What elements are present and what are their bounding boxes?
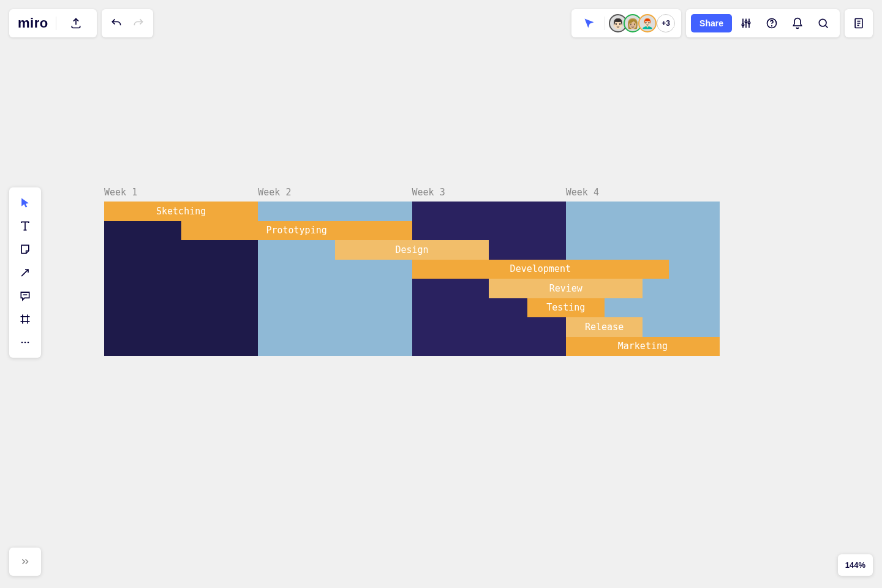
svg-point-2 bbox=[748, 22, 750, 24]
gantt-week-header: Week 4 bbox=[566, 187, 720, 198]
more-icon bbox=[19, 336, 31, 349]
gantt-task-bar[interactable]: Sketching bbox=[104, 202, 258, 221]
export-button[interactable] bbox=[64, 9, 88, 37]
gantt-bg-cell bbox=[412, 202, 566, 221]
frame-tool[interactable] bbox=[9, 307, 41, 331]
presence-button[interactable] bbox=[578, 9, 601, 37]
search-icon bbox=[817, 17, 829, 29]
cursor-follow-icon bbox=[583, 17, 595, 29]
gantt-task-label: Prototyping bbox=[266, 225, 326, 236]
gantt-row: Marketing bbox=[104, 337, 720, 356]
gantt-task-bar[interactable]: Release bbox=[566, 317, 643, 337]
gantt-row: Release bbox=[104, 317, 720, 337]
select-tool[interactable] bbox=[9, 191, 41, 214]
notes-icon bbox=[853, 17, 865, 29]
settings-button[interactable] bbox=[734, 9, 758, 37]
redo-button[interactable] bbox=[127, 9, 149, 37]
svg-point-7 bbox=[21, 342, 23, 344]
presence-panel: 👨🏻👩🏼👨🏻‍🦰 +3 bbox=[571, 9, 681, 37]
svg-point-0 bbox=[742, 24, 744, 26]
gantt-task-bar[interactable]: Marketing bbox=[566, 337, 720, 356]
svg-point-4 bbox=[772, 26, 772, 26]
actions-panel: Share bbox=[686, 9, 840, 37]
cursor-icon bbox=[19, 197, 31, 209]
share-button[interactable]: Share bbox=[691, 14, 732, 32]
gantt-row: Sketching bbox=[104, 202, 720, 221]
redo-icon bbox=[132, 17, 145, 29]
gantt-chart[interactable]: SketchingPrototypingDesignDevelopmentRev… bbox=[104, 202, 720, 356]
undo-button[interactable] bbox=[105, 9, 127, 37]
chevron-double-right-icon bbox=[20, 556, 31, 567]
gantt-task-bar[interactable]: Design bbox=[335, 240, 489, 260]
gantt-task-label: Release bbox=[585, 322, 624, 333]
gantt-row: Review bbox=[104, 279, 720, 298]
gantt-bg-cell bbox=[258, 298, 412, 318]
svg-point-5 bbox=[819, 19, 826, 26]
avatar-overflow[interactable]: +3 bbox=[657, 14, 675, 32]
zoom-indicator[interactable]: 144% bbox=[838, 554, 873, 576]
expand-panel-button[interactable] bbox=[9, 548, 41, 576]
gantt-week-header: Week 3 bbox=[412, 187, 566, 198]
notifications-button[interactable] bbox=[786, 9, 809, 37]
sliders-icon bbox=[740, 17, 752, 29]
gantt-bg-cell bbox=[104, 317, 258, 337]
sticky-note-icon bbox=[19, 243, 31, 255]
gantt-task-bar[interactable]: Prototyping bbox=[181, 221, 412, 241]
arrow-icon bbox=[19, 266, 31, 279]
help-icon bbox=[766, 17, 778, 29]
svg-point-9 bbox=[28, 342, 29, 344]
gantt-bg-cell bbox=[566, 240, 720, 260]
gantt-bg-cell bbox=[258, 337, 412, 356]
left-toolbar bbox=[9, 187, 41, 358]
gantt-header-row: Week 1Week 2Week 3Week 4 bbox=[104, 187, 720, 198]
avatar[interactable]: 👨🏻‍🦰 bbox=[638, 14, 657, 32]
arrow-tool[interactable] bbox=[9, 261, 41, 284]
gantt-task-label: Testing bbox=[546, 302, 585, 313]
gantt-week-header: Week 2 bbox=[258, 187, 412, 198]
gantt-bg-cell bbox=[258, 317, 412, 337]
bell-icon bbox=[791, 17, 804, 29]
gantt-task-bar[interactable]: Development bbox=[412, 260, 669, 279]
gantt-task-label: Review bbox=[549, 283, 582, 294]
gantt-bg-cell bbox=[104, 298, 258, 318]
gantt-bg-cell bbox=[104, 279, 258, 298]
gantt-task-bar[interactable]: Review bbox=[489, 279, 643, 298]
gantt-row: Testing bbox=[104, 298, 720, 318]
more-tools[interactable] bbox=[9, 331, 41, 354]
upload-icon bbox=[70, 17, 82, 29]
gantt-week-header: Week 1 bbox=[104, 187, 258, 198]
text-tool[interactable] bbox=[9, 214, 41, 238]
gantt-bg-cell bbox=[412, 337, 566, 356]
frame-icon bbox=[19, 313, 31, 325]
sticky-tool[interactable] bbox=[9, 238, 41, 261]
board-canvas[interactable]: Week 1Week 2Week 3Week 4 SketchingProtot… bbox=[104, 187, 720, 356]
gantt-bg-cell bbox=[258, 202, 412, 221]
gantt-bg-cell bbox=[566, 221, 720, 241]
svg-point-1 bbox=[745, 21, 747, 23]
gantt-bg-cell bbox=[566, 202, 720, 221]
comment-tool[interactable] bbox=[9, 284, 41, 307]
activity-button[interactable] bbox=[845, 9, 873, 37]
gantt-task-label: Marketing bbox=[618, 341, 668, 352]
help-button[interactable] bbox=[760, 9, 783, 37]
gantt-row: Prototyping bbox=[104, 221, 720, 241]
gantt-bg-cell bbox=[104, 260, 258, 279]
gantt-row: Development bbox=[104, 260, 720, 279]
history-panel bbox=[102, 9, 153, 37]
search-button[interactable] bbox=[812, 9, 835, 37]
gantt-task-label: Development bbox=[510, 263, 571, 274]
logo-panel: miro bbox=[9, 9, 97, 37]
gantt-task-label: Sketching bbox=[156, 206, 206, 217]
gantt-row: Design bbox=[104, 240, 720, 260]
app-logo[interactable]: miro bbox=[18, 15, 48, 31]
gantt-bg-cell bbox=[412, 221, 566, 241]
gantt-bg-cell bbox=[104, 240, 258, 260]
gantt-bg-cell bbox=[258, 260, 412, 279]
svg-point-8 bbox=[24, 342, 26, 344]
undo-icon bbox=[110, 17, 123, 29]
divider bbox=[605, 17, 605, 30]
avatar-stack[interactable]: 👨🏻👩🏼👨🏻‍🦰 bbox=[609, 14, 657, 32]
gantt-task-bar[interactable]: Testing bbox=[527, 298, 605, 318]
comment-icon bbox=[19, 290, 31, 302]
gantt-bg-cell bbox=[104, 337, 258, 356]
